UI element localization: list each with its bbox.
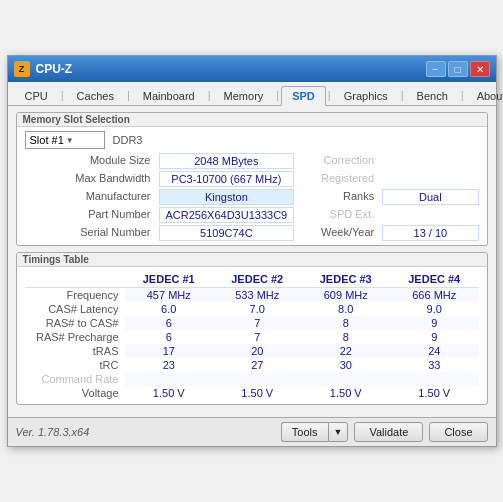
timings-row: Voltage1.50 V1.50 V1.50 V1.50 V [25,386,479,400]
memory-slot-section: Memory Slot Selection Slot #1 ▼ DDR3 Mod… [16,112,488,246]
correction-label: Correction [298,153,378,169]
serial-number-value: 5109C74C [159,225,295,241]
timings-header-jedec2: JEDEC #2 [213,271,302,288]
window-title: CPU-Z [36,62,426,76]
timings-cell: 6.0 [125,302,214,316]
correction-value [382,153,478,169]
version-text: Ver. 1.78.3.x64 [16,426,275,438]
ranks-value: Dual [382,189,478,205]
timings-cell: 8.0 [302,302,391,316]
timings-cell: 33 [390,358,479,372]
timings-cell [125,372,214,386]
timings-header-jedec3: JEDEC #3 [302,271,391,288]
timings-cell: 8 [302,316,391,330]
ranks-label: Ranks [298,189,378,205]
timings-cell: 7 [213,330,302,344]
tab-bar: CPU | Caches | Mainboard | Memory | SPD … [8,82,496,106]
timings-cell: 9 [390,316,479,330]
bottom-bar: Ver. 1.78.3.x64 Tools ▼ Validate Close [8,417,496,446]
timings-cell: 22 [302,344,391,358]
timings-row: RAS# to CAS#6789 [25,316,479,330]
maximize-button[interactable]: □ [448,61,468,77]
timings-cell: 27 [213,358,302,372]
slot-row: Slot #1 ▼ DDR3 [25,131,479,149]
timings-table: JEDEC #1 JEDEC #2 JEDEC #3 JEDEC #4 Freq… [25,271,479,400]
timings-cell: 1.50 V [302,386,391,400]
timings-cell: 9 [390,330,479,344]
timings-row-label: Voltage [25,386,125,400]
timings-header-row: JEDEC #1 JEDEC #2 JEDEC #3 JEDEC #4 [25,271,479,288]
memory-slot-content: Slot #1 ▼ DDR3 Module Size 2048 MBytes C… [17,127,487,245]
tab-memory[interactable]: Memory [213,86,275,105]
timings-cell: 24 [390,344,479,358]
content-area: Memory Slot Selection Slot #1 ▼ DDR3 Mod… [8,106,496,417]
tab-about[interactable]: About [466,86,503,105]
timings-row: Command Rate [25,372,479,386]
close-button[interactable]: Close [429,422,487,442]
app-icon: Z [14,61,30,77]
timings-cell [302,372,391,386]
tab-graphics[interactable]: Graphics [333,86,399,105]
timings-section-title: Timings Table [17,253,487,267]
timings-row-label: RAS# to CAS# [25,316,125,330]
timings-cell: 457 MHz [125,288,214,303]
timings-row-label: RAS# Precharge [25,330,125,344]
timings-row-label: Command Rate [25,372,125,386]
tab-bench[interactable]: Bench [406,86,459,105]
part-number-label: Part Number [25,207,155,223]
timings-row: CAS# Latency6.07.08.09.0 [25,302,479,316]
timings-cell: 1.50 V [390,386,479,400]
timings-section: Timings Table JEDEC #1 JEDEC #2 JEDEC #3… [16,252,488,405]
manufacturer-value: Kingston [159,189,295,205]
timings-row: tRAS17202224 [25,344,479,358]
tools-button[interactable]: Tools [281,422,328,442]
timings-cell: 8 [302,330,391,344]
timings-cell: 1.50 V [125,386,214,400]
slot-dropdown[interactable]: Slot #1 ▼ [25,131,105,149]
timings-cell: 533 MHz [213,288,302,303]
timings-row-label: CAS# Latency [25,302,125,316]
manufacturer-label: Manufacturer [25,189,155,205]
tab-mainboard[interactable]: Mainboard [132,86,206,105]
max-bandwidth-label: Max Bandwidth [25,171,155,187]
spd-info-grid: Module Size 2048 MBytes Correction Max B… [25,153,479,241]
title-bar: Z CPU-Z − □ ✕ [8,56,496,82]
ddr-type-label: DDR3 [113,134,143,146]
minimize-button[interactable]: − [426,61,446,77]
registered-value [382,171,478,187]
memory-slot-section-title: Memory Slot Selection [17,113,487,127]
timings-cell: 666 MHz [390,288,479,303]
tools-dropdown-arrow[interactable]: ▼ [328,422,349,442]
timings-cell [213,372,302,386]
timings-row: tRC23273033 [25,358,479,372]
week-year-label: Week/Year [298,225,378,241]
timings-row: Frequency457 MHz533 MHz609 MHz666 MHz [25,288,479,303]
timings-cell: 6 [125,316,214,330]
timings-header-jedec4: JEDEC #4 [390,271,479,288]
timings-cell: 6 [125,330,214,344]
max-bandwidth-value: PC3-10700 (667 MHz) [159,171,295,187]
spd-ext-value [382,207,478,223]
timings-cell: 23 [125,358,214,372]
timings-cell: 7.0 [213,302,302,316]
timings-cell: 609 MHz [302,288,391,303]
timings-cell: 7 [213,316,302,330]
tab-spd[interactable]: SPD [281,86,326,106]
timings-cell: 1.50 V [213,386,302,400]
serial-number-label: Serial Number [25,225,155,241]
window-close-button[interactable]: ✕ [470,61,490,77]
tab-cpu[interactable]: CPU [14,86,59,105]
spd-ext-label: SPD Ext. [298,207,378,223]
week-year-value: 13 / 10 [382,225,478,241]
timings-row-label: tRC [25,358,125,372]
timings-row: RAS# Precharge6789 [25,330,479,344]
registered-label: Registered [298,171,378,187]
timings-header-empty [25,271,125,288]
timings-cell: 20 [213,344,302,358]
tab-caches[interactable]: Caches [66,86,125,105]
validate-button[interactable]: Validate [354,422,423,442]
timings-cell [390,372,479,386]
timings-cell: 9.0 [390,302,479,316]
timings-content: JEDEC #1 JEDEC #2 JEDEC #3 JEDEC #4 Freq… [17,267,487,404]
module-size-label: Module Size [25,153,155,169]
